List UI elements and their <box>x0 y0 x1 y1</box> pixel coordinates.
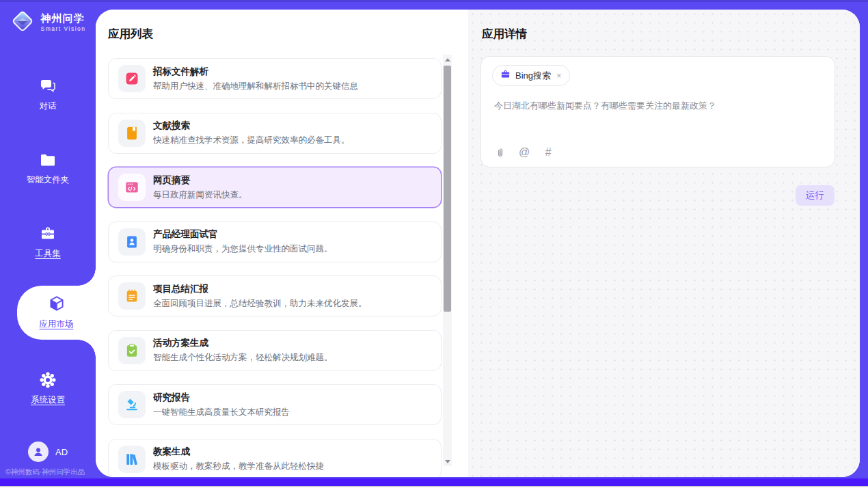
tool-chip-label: Bing搜索 <box>515 70 551 82</box>
app-list: 招标文件解析 帮助用户快速、准确地理解和解析招标书中的关键信息 文献搜索 快速精… <box>108 58 442 477</box>
app-description: 帮助用户快速、准确地理解和解析招标书中的关键信息 <box>153 81 358 92</box>
sidebar: 神州问学 Smart Vision 对话 智能文件夹 工具集 应用市场 系统设置… <box>0 0 96 478</box>
cube-icon <box>47 295 66 314</box>
clipboard-icon <box>118 337 146 364</box>
gear-icon <box>39 370 57 390</box>
app-list-item[interactable]: 活动方案生成 智能生成个性化活动方案，轻松解决规划难题。 <box>108 330 442 371</box>
prompt-toolbar: @# <box>495 146 554 159</box>
interview-icon <box>118 228 146 256</box>
app-list-item[interactable]: 项目总结汇报 全面回顾项目进展，总结经验教训，助力未来优化发展。 <box>108 275 442 316</box>
user-label: AD <box>55 447 68 457</box>
app-name: 网页摘要 <box>153 174 247 187</box>
book-icon <box>118 120 146 147</box>
app-name: 产品经理面试官 <box>153 228 333 241</box>
sidebar-nav: 对话 智能文件夹 工具集 应用市场 系统设置 <box>0 0 96 478</box>
app-name: 活动方案生成 <box>153 337 333 349</box>
app-name: 文献搜索 <box>153 120 350 132</box>
app-description: 一键智能生成高质量长文本研究报告 <box>153 407 290 418</box>
paperclip-icon[interactable] <box>495 147 506 159</box>
browser-icon <box>118 174 146 201</box>
content-window: 应用列表 招标文件解析 帮助用户快速、准确地理解和解析招标书中的关键信息 文献搜… <box>96 10 860 477</box>
app-description: 全面回顾项目进展，总结经验教训，助力未来优化发展。 <box>153 298 367 310</box>
notepad-icon <box>118 282 146 310</box>
microscope-icon <box>118 391 146 418</box>
app-list-panel: 应用列表 招标文件解析 帮助用户快速、准确地理解和解析招标书中的关键信息 文献搜… <box>96 10 468 477</box>
app-name: 项目总结汇报 <box>153 283 367 295</box>
app-list-item[interactable]: 招标文件解析 帮助用户快速、准确地理解和解析招标书中的关键信息 <box>108 58 442 99</box>
copyright: ©神州数码·神州问学出品 <box>5 467 85 477</box>
app-detail-panel: 应用详情 Bing搜索 × 今日湖北有哪些新闻要点？有哪些需要关注的最新政策？ … <box>468 10 860 477</box>
app-name: 招标文件解析 <box>153 66 358 78</box>
tool-chip[interactable]: Bing搜索 × <box>492 65 570 86</box>
app-detail-title: 应用详情 <box>482 27 860 40</box>
briefcase-icon <box>500 69 511 82</box>
close-icon[interactable]: × <box>556 70 562 81</box>
app-list-item[interactable]: 研究报告 一键智能生成高质量长文本研究报告 <box>108 384 442 425</box>
hash-icon[interactable]: # <box>543 146 554 159</box>
app-description: 每日政府新闻资讯快查。 <box>153 189 247 201</box>
scrollbar[interactable] <box>443 55 452 466</box>
app-list-item[interactable]: 文献搜索 快速精准查找学术资源，提高研究效率的必备工具。 <box>108 113 442 154</box>
app-list-item[interactable]: 网页摘要 每日政府新闻资讯快查。 <box>108 167 442 208</box>
user-row[interactable]: AD <box>0 442 96 462</box>
toolbox-icon <box>39 224 57 243</box>
scroll-up-arrow[interactable] <box>443 55 452 64</box>
user-icon <box>28 442 49 462</box>
top-edge <box>0 0 868 2</box>
books-icon <box>118 446 146 473</box>
at-icon[interactable]: @ <box>519 146 530 159</box>
app-list-item[interactable]: 产品经理面试官 明确身份和职责，为您提供专业性的面试问题。 <box>108 221 442 262</box>
bottom-accent-bar <box>0 478 868 486</box>
app-name: 教案生成 <box>153 446 324 458</box>
pen-icon <box>118 65 146 92</box>
run-button[interactable]: 运行 <box>796 185 835 206</box>
app-description: 明确身份和职责，为您提供专业性的面试问题。 <box>153 243 333 255</box>
app-list-title: 应用列表 <box>108 27 468 40</box>
app-description: 快速精准查找学术资源，提高研究效率的必备工具。 <box>153 135 350 146</box>
sidebar-item-toolset[interactable]: 工具集 <box>0 219 96 265</box>
app-description: 模板驱动，教案秒成，教学准备从此轻松快捷 <box>153 461 324 472</box>
sidebar-item-smart-folder[interactable]: 智能文件夹 <box>0 145 96 191</box>
sidebar-item-app-market[interactable]: 应用市场 <box>17 286 96 340</box>
folder-icon <box>39 150 57 170</box>
scroll-thumb[interactable] <box>444 66 451 312</box>
prompt-card: Bing搜索 × 今日湖北有哪些新闻要点？有哪些需要关注的最新政策？ @# <box>480 56 835 167</box>
app-window: 神州问学 Smart Vision 对话 智能文件夹 工具集 应用市场 系统设置… <box>0 0 868 488</box>
scroll-down-arrow[interactable] <box>443 457 452 466</box>
sidebar-item-settings[interactable]: 系统设置 <box>0 365 96 411</box>
chat-icon <box>39 77 57 96</box>
sidebar-item-chat[interactable]: 对话 <box>0 71 96 118</box>
app-description: 智能生成个性化活动方案，轻松解决规划难题。 <box>153 352 333 364</box>
app-name: 研究报告 <box>153 392 290 404</box>
prompt-input[interactable]: 今日湖北有哪些新闻要点？有哪些需要关注的最新政策？ <box>494 99 824 113</box>
app-list-item[interactable]: 教案生成 模板驱动，教案秒成，教学准备从此轻松快捷 <box>108 439 442 478</box>
